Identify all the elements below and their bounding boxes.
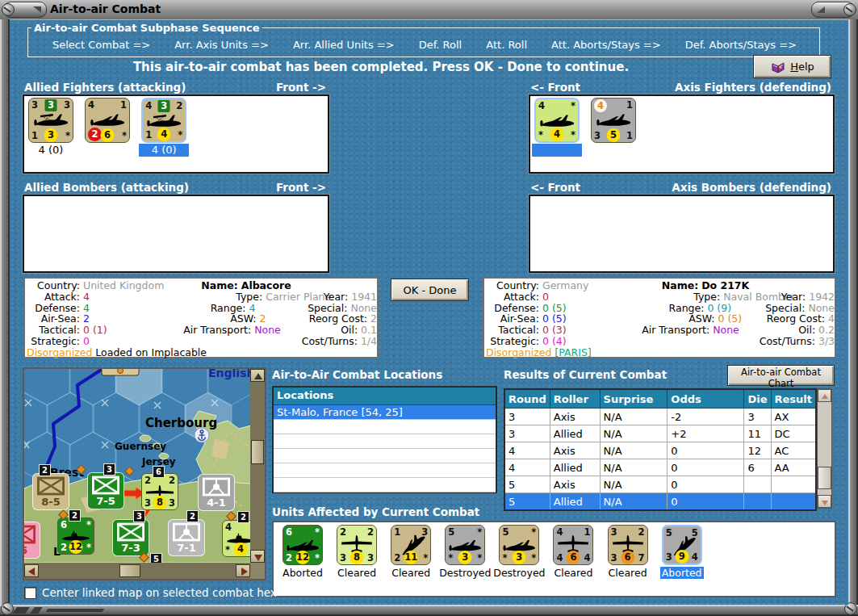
map-counter-partial-left[interactable]: -5 [24, 522, 40, 559]
map-counter-infantry-8-5[interactable]: 8-5 [32, 473, 69, 510]
map-viewport[interactable]: English Cherbourg Guernsey Jersey Brest … [24, 369, 250, 563]
unit-status: Cleared [336, 567, 378, 579]
range-value: 4 [249, 302, 255, 314]
scroll-left-button[interactable] [24, 564, 39, 577]
result-row[interactable]: 3AxisN/A-23AX [504, 409, 816, 425]
counter-label [588, 144, 638, 157]
scroll-right-button[interactable] [236, 564, 250, 577]
name-label: Name: [201, 279, 237, 291]
unit-cell: 4 1 3 5 1 [588, 98, 638, 157]
scrollbar-corner [250, 563, 265, 579]
result-row[interactable]: 3AlliedN/A+211DC [504, 425, 816, 442]
title-bar[interactable]: Air-to-air Combat [0, 0, 858, 21]
infantry-symbol-icon [91, 476, 120, 495]
axis-bombers-panel [529, 195, 835, 273]
attack-value: 0 [542, 291, 549, 303]
unit-status: Destroyed [492, 567, 546, 579]
unit-status: Aborted [281, 567, 324, 579]
location-row[interactable] [274, 463, 496, 478]
affected-unit: 55 394 Aborted [657, 525, 707, 579]
allied-bombers-title: Allied Bombers (attacking) [24, 181, 189, 194]
up-arrow-icon [254, 373, 262, 379]
oil-value: 0.2 [818, 324, 835, 336]
result-row-selected[interactable]: 5AlliedN/A0 [504, 493, 816, 511]
map-vertical-scrollbar[interactable] [250, 369, 265, 563]
location-row[interactable] [274, 449, 496, 463]
results-header-row: RoundRollerSurpriseOddsDieResult [504, 389, 816, 409]
map-counter-sub-unit[interactable]: 6 * 2 12 * [57, 518, 94, 555]
range-value: 0 (9) [707, 302, 731, 314]
location-row[interactable] [274, 420, 496, 434]
results-scrollbar[interactable] [817, 388, 832, 509]
window-frame-right [848, 19, 858, 616]
special-value: None [808, 302, 835, 314]
unit-counter-spitfire[interactable]: 4 1 2 6 * [85, 98, 130, 143]
location-row[interactable] [274, 478, 496, 492]
scroll-down-button[interactable] [818, 495, 831, 508]
locations-title: Air-to-Air Combat Locations [272, 368, 442, 381]
militia-symbol-icon [202, 477, 231, 497]
tactical-value: 0 (1) [83, 324, 107, 336]
unit-cell: 3 3 3 1 3 * 4 (0) [26, 98, 76, 157]
scroll-thumb[interactable] [818, 467, 831, 489]
unit-counter-fulmar[interactable]: 3 3 3 1 3 * [28, 98, 73, 143]
unit-counter[interactable]: 32 367 [608, 525, 648, 565]
unit-cell: 4 1 2 6 * [82, 98, 132, 157]
help-book-icon [770, 60, 786, 74]
checkbox[interactable] [24, 587, 36, 599]
allied-unit-detail-panel: Country: United Kingdom Name: Albacore A… [23, 277, 379, 358]
defense-value: 4 [83, 302, 90, 314]
name-value: Do 217K [701, 279, 749, 291]
ship-counter [102, 369, 139, 375]
unit-counter[interactable]: 41 464 [553, 525, 593, 565]
unit-counter-axis-fighter-selected[interactable]: 4 * * 4 * [534, 98, 580, 143]
unit-counter[interactable]: 5* *3* [499, 525, 539, 565]
unit-counter-selected[interactable]: 55 394 [662, 525, 702, 565]
result-row[interactable]: 4AlliedN/A06AA [504, 459, 816, 476]
status-extra: [PARIS] [555, 346, 591, 358]
map-counter-air-unit[interactable]: 2 2 3 8 3 [141, 473, 178, 510]
scroll-up-button[interactable] [250, 369, 265, 382]
map-counter-infantry-7-3[interactable]: 7-3 [112, 519, 149, 556]
name-value: Albacore [241, 279, 291, 291]
reorg-value: 4 [828, 312, 835, 325]
screw-icon [2, 3, 15, 16]
defense-value: 0 (5) [542, 302, 567, 314]
window-title: Air-to-air Combat [50, 2, 161, 15]
map-horizontal-scrollbar[interactable] [24, 563, 250, 579]
location-row[interactable] [274, 434, 496, 449]
axis-fighters-title: Axis Fighters (defending) [675, 81, 831, 94]
result-row[interactable]: 4AxisN/A012AC [504, 442, 816, 459]
map-counter-partial-right[interactable]: 4 * 4 [222, 520, 250, 557]
disorganized-status: Disorganized [27, 346, 92, 358]
map-counter-infantry-7-1[interactable]: 7-1 [168, 519, 205, 556]
unit-counter[interactable]: 22 383 [337, 525, 377, 565]
unit-counter[interactable]: 13 211* [391, 525, 431, 565]
affected-units-title: Units Affected by Current Combat [272, 505, 479, 518]
combat-locations-list: Locations St-Malo, France [54, 25] [272, 386, 497, 493]
scroll-thumb[interactable] [251, 440, 264, 464]
scroll-thumb[interactable] [119, 564, 140, 577]
linked-map[interactable]: English Cherbourg Guernsey Jersey Brest … [23, 367, 266, 580]
affected-unit: 41 464 Cleared [548, 525, 598, 579]
unit-counter-do217k[interactable]: 4 1 3 5 1 [591, 98, 636, 143]
center-map-checkbox-row[interactable]: Center linked map on selected combat hex [24, 586, 277, 599]
affected-unit: 5* *3* Destroyed [440, 525, 490, 579]
help-button[interactable]: Help [753, 55, 831, 78]
up-arrow-icon [822, 394, 828, 399]
tactical-value: 0 (3) [542, 324, 567, 336]
result-row[interactable]: 5AxisN/A0 [504, 476, 816, 493]
scroll-down-button[interactable] [250, 550, 265, 563]
map-counter-infantry-7-5[interactable]: 7-5 [87, 472, 124, 509]
affected-units-panel: 6* 212* Aborted 22 383 Cleared 13 211 [272, 521, 836, 597]
combat-chart-button[interactable]: Air-to-air Combat Chart [727, 365, 835, 386]
hex-badge: 5 [150, 553, 162, 563]
ok-done-button[interactable]: OK - Done [391, 279, 469, 301]
unit-counter-albacore-selected[interactable]: 4 3 2 1 4 * [141, 98, 186, 143]
unit-counter[interactable]: 6* 212* [283, 525, 323, 565]
location-row-selected[interactable]: St-Malo, France [54, 25] [274, 405, 496, 420]
scroll-up-button[interactable] [818, 389, 831, 402]
map-counter-infantry-4-1[interactable]: 4-1 [198, 474, 235, 511]
unit-counter[interactable]: 5* *3* [445, 525, 485, 565]
affected-unit: 32 367 Cleared [603, 525, 653, 579]
